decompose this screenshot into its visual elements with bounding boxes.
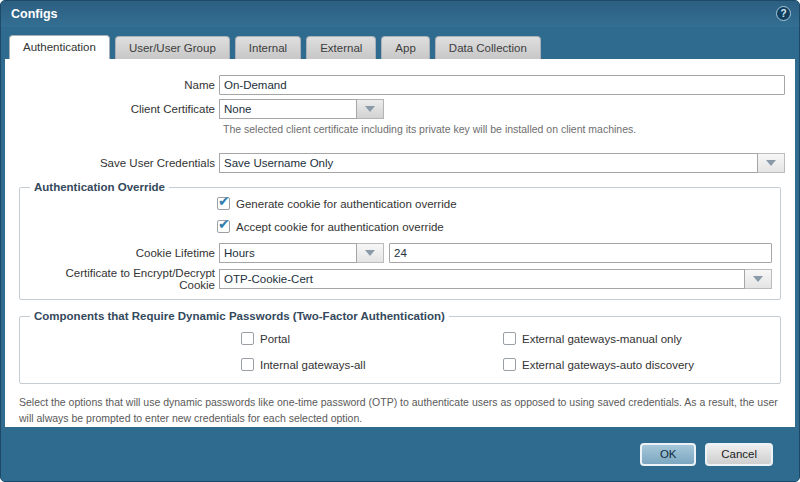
name-label: Name <box>15 79 219 91</box>
chevron-down-icon <box>365 250 375 256</box>
tab-app[interactable]: App <box>381 36 429 59</box>
client-certificate-dropdown-button[interactable] <box>357 99 384 119</box>
help-icon[interactable]: ? <box>776 6 791 21</box>
components-grid: Portal External gateways-manual only Int… <box>241 332 772 371</box>
client-certificate-select[interactable]: None <box>219 99 384 119</box>
cookie-certificate-row: Certificate to Encrypt/Decrypt Cookie OT… <box>28 267 772 291</box>
save-user-credentials-dropdown-button[interactable] <box>758 153 785 173</box>
dialog-titlebar: Configs ? <box>1 1 799 27</box>
otp-note-text: Select the options that will use dynamic… <box>19 394 781 427</box>
generate-cookie-label: Generate cookie for authentication overr… <box>236 198 457 210</box>
tab-user-user-group[interactable]: User/User Group <box>115 36 230 59</box>
tab-strip: Authentication User/User Group Internal … <box>1 27 799 59</box>
save-user-credentials-select[interactable]: Save Username Only <box>219 153 785 173</box>
accept-cookie-checkbox[interactable] <box>217 220 230 233</box>
tab-external[interactable]: External <box>306 36 376 59</box>
authentication-override-legend: Authentication Override <box>30 181 169 193</box>
tab-data-collection[interactable]: Data Collection <box>435 36 541 59</box>
cookie-lifetime-unit-value: Hours <box>219 243 357 263</box>
cookie-lifetime-unit-select[interactable]: Hours <box>219 243 384 263</box>
dialog-footer: OK Cancel <box>1 427 799 481</box>
external-gateways-manual-label: External gateways-manual only <box>522 333 682 345</box>
chevron-down-icon <box>766 160 776 166</box>
dialog-title: Configs <box>11 7 58 21</box>
external-gateways-auto-option: External gateways-auto discovery <box>503 358 772 371</box>
cookie-lifetime-row: Cookie Lifetime Hours <box>28 243 772 263</box>
accept-cookie-label: Accept cookie for authentication overrid… <box>236 221 444 233</box>
external-gateways-auto-label: External gateways-auto discovery <box>522 359 694 371</box>
external-gateways-manual-option: External gateways-manual only <box>503 332 772 345</box>
external-gateways-manual-checkbox[interactable] <box>503 332 516 345</box>
cancel-button[interactable]: Cancel <box>705 443 773 466</box>
components-fieldset: Components that Require Dynamic Password… <box>19 310 781 384</box>
client-certificate-row: Client Certificate None <box>15 99 785 119</box>
chevron-down-icon <box>365 106 375 112</box>
save-user-credentials-row: Save User Credentials Save Username Only <box>15 153 785 173</box>
internal-gateways-label: Internal gateways-all <box>260 359 365 371</box>
generate-cookie-row: Generate cookie for authentication overr… <box>217 197 772 210</box>
internal-gateways-option: Internal gateways-all <box>241 358 503 371</box>
portal-option: Portal <box>241 332 503 345</box>
cookie-certificate-label: Certificate to Encrypt/Decrypt Cookie <box>28 267 219 291</box>
tab-internal[interactable]: Internal <box>235 36 301 59</box>
cookie-certificate-select[interactable]: OTP-Cookie-Cert <box>219 269 772 289</box>
tab-panel-authentication: Name Client Certificate None The selecte… <box>5 59 795 427</box>
tab-authentication[interactable]: Authentication <box>9 35 110 59</box>
cookie-certificate-dropdown-button[interactable] <box>745 269 772 289</box>
cookie-lifetime-dropdown-button[interactable] <box>357 243 384 263</box>
client-certificate-value: None <box>219 99 357 119</box>
portal-checkbox[interactable] <box>241 332 254 345</box>
save-user-credentials-value: Save Username Only <box>219 153 758 173</box>
portal-label: Portal <box>260 333 290 345</box>
cookie-lifetime-label: Cookie Lifetime <box>28 247 219 259</box>
client-certificate-label: Client Certificate <box>15 103 219 115</box>
save-user-credentials-label: Save User Credentials <box>15 157 219 169</box>
name-row: Name <box>15 75 785 95</box>
cookie-certificate-value: OTP-Cookie-Cert <box>219 269 745 289</box>
internal-gateways-checkbox[interactable] <box>241 358 254 371</box>
configs-dialog: Configs ? Authentication User/User Group… <box>0 0 800 482</box>
generate-cookie-checkbox[interactable] <box>217 197 230 210</box>
client-certificate-help-text: The selected client certificate includin… <box>223 123 785 135</box>
accept-cookie-row: Accept cookie for authentication overrid… <box>217 220 772 233</box>
authentication-override-fieldset: Authentication Override Generate cookie … <box>19 181 781 300</box>
chevron-down-icon <box>753 276 763 282</box>
external-gateways-auto-checkbox[interactable] <box>503 358 516 371</box>
name-input[interactable] <box>219 75 785 95</box>
components-legend: Components that Require Dynamic Password… <box>30 310 449 322</box>
ok-button[interactable]: OK <box>640 443 696 466</box>
cookie-lifetime-value-input[interactable] <box>389 243 772 263</box>
